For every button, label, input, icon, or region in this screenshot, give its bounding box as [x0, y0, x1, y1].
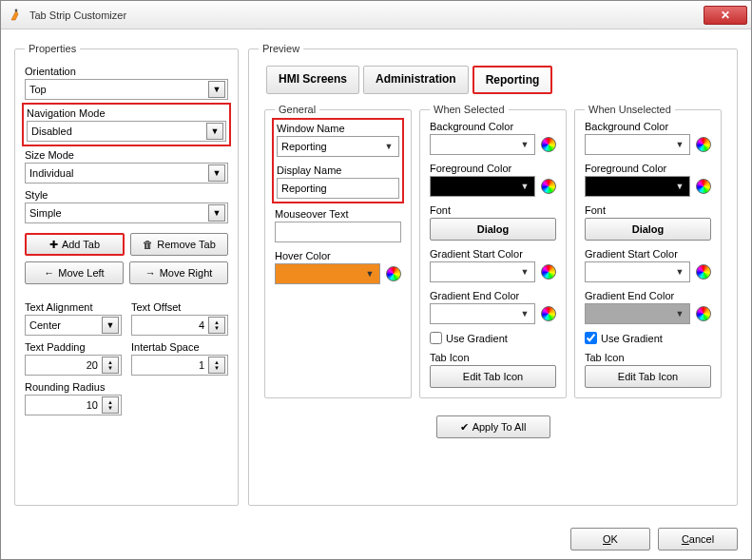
sel-grad-start-combo[interactable]: ▼: [430, 261, 535, 282]
color-wheel-icon[interactable]: [386, 266, 401, 281]
chevron-down-icon: ▼: [517, 267, 532, 277]
unsel-use-gradient-label: Use Gradient: [601, 333, 663, 344]
nav-mode-label: Navigation Mode: [27, 107, 226, 119]
arrow-right-icon: →: [145, 267, 156, 279]
unsel-grad-end-combo[interactable]: ▼: [585, 303, 690, 324]
sel-bg-combo[interactable]: ▼: [430, 134, 535, 155]
sel-fg-label: Foreground Color: [430, 163, 556, 174]
move-right-button[interactable]: → Move Right: [129, 261, 228, 284]
close-button[interactable]: ✕: [704, 6, 747, 25]
color-wheel-icon[interactable]: [541, 306, 556, 321]
chevron-down-icon: ▼: [672, 267, 687, 277]
intertab-spinner[interactable]: 1 ▲▼: [131, 355, 228, 376]
unselected-group: When Unselected Background Color ▼ Foreg…: [574, 104, 722, 398]
tab-administration[interactable]: Administration: [363, 66, 469, 94]
spinner-buttons-icon: ▲▼: [102, 357, 119, 374]
sel-edit-icon-button[interactable]: Edit Tab Icon: [430, 365, 556, 388]
text-padding-spinner[interactable]: 20 ▲▼: [25, 355, 122, 376]
color-wheel-icon[interactable]: [696, 306, 711, 321]
move-left-button[interactable]: ← Move Left: [25, 261, 124, 284]
color-wheel-icon[interactable]: [696, 137, 711, 152]
dialog-content: Properties Orientation Top ▼ Navigation …: [1, 29, 751, 519]
ok-button[interactable]: OK: [570, 528, 650, 550]
color-wheel-icon[interactable]: [541, 179, 556, 194]
orientation-combo[interactable]: Top ▼: [25, 79, 228, 100]
tab-reporting[interactable]: Reporting: [472, 66, 553, 94]
chevron-down-icon: ▼: [208, 204, 225, 222]
preview-group: Preview HMI Screens Administration Repor…: [248, 43, 738, 506]
chevron-down-icon: ▼: [102, 317, 119, 334]
chevron-down-icon: ▼: [381, 142, 396, 151]
chevron-down-icon: ▼: [362, 269, 377, 279]
size-mode-value: Individual: [29, 167, 208, 179]
trash-icon: 🗑: [143, 239, 153, 250]
general-legend: General: [275, 104, 319, 115]
spinner-buttons-icon: ▲▼: [208, 357, 225, 374]
text-padding-value: 20: [29, 359, 102, 371]
sel-font-button[interactable]: Dialog: [430, 218, 556, 241]
color-wheel-icon[interactable]: [541, 264, 556, 280]
sel-grad-end-combo[interactable]: ▼: [430, 303, 535, 324]
window-title: Tab Strip Customizer: [29, 10, 704, 21]
text-align-combo[interactable]: Center ▼: [25, 315, 122, 336]
apply-to-all-button[interactable]: ✔ Apply To All: [436, 415, 550, 438]
tab-label: HMI Screens: [279, 72, 347, 86]
color-wheel-icon[interactable]: [696, 179, 711, 194]
preview-tabs: HMI Screens Administration Reporting: [259, 60, 727, 104]
unsel-bg-label: Background Color: [585, 121, 711, 132]
rounding-value: 10: [29, 399, 102, 411]
unsel-fg-combo[interactable]: ▼: [585, 176, 690, 197]
app-icon: [9, 8, 24, 23]
unsel-grad-start-combo[interactable]: ▼: [585, 261, 690, 282]
sel-use-gradient-input[interactable]: [430, 332, 442, 344]
window-name-combo[interactable]: Reporting ▼: [277, 136, 399, 157]
svg-point-0: [15, 9, 18, 11]
remove-tab-button[interactable]: 🗑 Remove Tab: [130, 233, 228, 256]
display-name-input[interactable]: [277, 178, 399, 199]
sel-grad-start-label: Gradient Start Color: [430, 248, 556, 260]
unsel-edit-icon-button[interactable]: Edit Tab Icon: [585, 365, 711, 388]
selected-legend: When Selected: [430, 104, 509, 115]
unsel-use-gradient-input[interactable]: [585, 332, 597, 344]
sel-tab-icon-label: Tab Icon: [430, 352, 556, 363]
ok-label: OK: [603, 533, 618, 545]
sel-use-gradient-checkbox[interactable]: Use Gradient: [430, 332, 556, 344]
properties-group: Properties Orientation Top ▼ Navigation …: [14, 43, 239, 506]
display-name-label: Display Name: [277, 164, 399, 176]
rounding-spinner[interactable]: 10 ▲▼: [25, 395, 122, 415]
hover-color-combo[interactable]: ▼: [275, 263, 380, 284]
sel-font-label: Font: [430, 204, 556, 216]
color-wheel-icon[interactable]: [696, 264, 711, 280]
cancel-button[interactable]: Cancel: [658, 528, 738, 550]
display-name-value[interactable]: [281, 179, 396, 198]
chevron-down-icon: ▼: [672, 140, 687, 149]
mouseover-input[interactable]: [275, 222, 401, 242]
unsel-font-button[interactable]: Dialog: [585, 218, 711, 241]
sel-fg-combo[interactable]: ▼: [430, 176, 535, 197]
color-wheel-icon[interactable]: [541, 137, 556, 152]
window-name-value: Reporting: [281, 141, 327, 152]
size-mode-combo[interactable]: Individual ▼: [25, 163, 228, 183]
unsel-bg-combo[interactable]: ▼: [585, 134, 690, 155]
style-combo[interactable]: Simple ▼: [25, 203, 228, 223]
text-align-label: Text Alignment: [25, 301, 122, 313]
mouseover-label: Mouseover Text: [275, 208, 401, 220]
move-right-label: Move Right: [160, 267, 213, 279]
intertab-label: Intertab Space: [131, 341, 228, 353]
sel-grad-end-label: Gradient End Color: [430, 290, 556, 301]
selected-group: When Selected Background Color ▼ Foregro…: [419, 104, 567, 398]
tab-hmi-screens[interactable]: HMI Screens: [266, 66, 359, 94]
unsel-grad-start-label: Gradient Start Color: [585, 248, 711, 260]
unsel-use-gradient-checkbox[interactable]: Use Gradient: [585, 332, 711, 344]
spinner-buttons-icon: ▲▼: [102, 396, 119, 414]
add-tab-label: Add Tab: [62, 239, 100, 250]
text-offset-value: 4: [136, 319, 208, 331]
titlebar: Tab Strip Customizer ✕: [1, 1, 751, 29]
add-tab-button[interactable]: ✚ Add Tab: [25, 233, 125, 256]
tab-label: Reporting: [486, 73, 540, 87]
mouseover-value[interactable]: [280, 222, 398, 241]
nav-mode-combo[interactable]: Disabled ▼: [27, 121, 226, 142]
text-offset-spinner[interactable]: 4 ▲▼: [131, 315, 228, 336]
chevron-down-icon: ▼: [517, 309, 532, 319]
intertab-value: 1: [136, 359, 208, 371]
